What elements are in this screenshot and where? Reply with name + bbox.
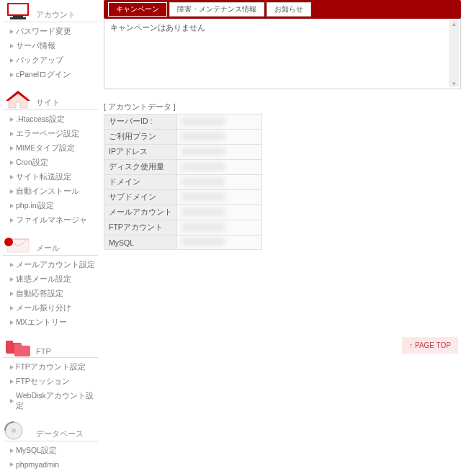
table-row: ドメイン (104, 175, 262, 190)
sidebar-item-label: サイト転送設定 (16, 172, 71, 182)
row-label: ご利用プラン (104, 130, 177, 145)
sidebar-item[interactable]: WebDiskアカウント設定 (3, 389, 98, 413)
triangle-icon (10, 365, 14, 369)
sidebar-item[interactable]: パスワード変更 (3, 24, 98, 39)
scrollbar[interactable]: ▴ ▾ (449, 20, 459, 87)
sidebar-item-label: WebDiskアカウント設定 (16, 391, 98, 411)
sidebar-item[interactable]: サーバ情報 (3, 39, 98, 53)
page-top-button[interactable]: ↑ PAGE TOP (402, 337, 458, 354)
sidebar-item-label: パスワード変更 (16, 27, 71, 37)
tabs-bar: キャンペーン 障害・メンテナンス情報 お知らせ (104, 0, 461, 19)
sidebar-item-label: php.ini設定 (16, 201, 54, 211)
sidebar-item[interactable]: MIMEタイプ設定 (3, 141, 98, 156)
section-header-ftp: FTP (3, 336, 98, 358)
sidebar-item-label: Cron設定 (16, 158, 48, 168)
sidebar-item-label: メールアカウント設定 (16, 260, 95, 270)
section-header-mail: メール (3, 233, 98, 256)
row-value (177, 114, 262, 130)
account-data-title: [ アカウントデータ ] (104, 102, 461, 112)
section-header-site: サイト (3, 88, 98, 110)
sidebar-item[interactable]: 自動インストール (3, 184, 98, 199)
triangle-icon (10, 73, 14, 77)
table-row: ディスク使用量 (104, 160, 262, 175)
row-value (177, 160, 262, 175)
sidebar-item-label: ファイルマネージャ (16, 215, 87, 225)
sidebar-items-db: MySQL設定phpmyadmin (3, 444, 98, 471)
triangle-icon (10, 292, 14, 296)
triangle-icon (10, 263, 14, 267)
tab-news[interactable]: お知らせ (267, 2, 311, 17)
section-label: メール (36, 243, 60, 255)
sidebar-item-label: 自動インストール (16, 187, 79, 197)
sidebar-item-label: MXエントリー (16, 318, 67, 328)
row-value (177, 205, 262, 220)
sidebar-item[interactable]: バックアップ (3, 53, 98, 68)
svg-rect-12 (14, 343, 22, 346)
sidebar-item[interactable]: FTPアカウント設定 (3, 360, 98, 374)
sidebar-item[interactable]: 迷惑メール設定 (3, 272, 98, 287)
triangle-icon (10, 204, 14, 208)
sidebar-item-label: cPanelログイン (16, 70, 71, 80)
svg-rect-11 (14, 346, 30, 356)
tab-campaign[interactable]: キャンペーン (108, 2, 167, 17)
sidebar-items-ftp: FTPアカウント設定FTPセッションWebDiskアカウント設定 (3, 360, 98, 413)
sidebar-item[interactable]: MySQL設定 (3, 444, 98, 458)
triangle-icon (10, 380, 14, 384)
sidebar-item[interactable]: メールアカウント設定 (3, 258, 98, 272)
folder-icon (3, 337, 33, 357)
svg-point-8 (4, 238, 13, 246)
section-label: サイト (36, 97, 60, 109)
table-row: IPアドレス (104, 145, 262, 160)
section-label: アカウント (36, 9, 76, 22)
row-label: MySQL (104, 235, 177, 250)
sidebar-item-label: .Htaccess設定 (16, 114, 65, 125)
sidebar-item[interactable]: FTPセッション (3, 374, 98, 389)
row-label: ドメイン (104, 175, 177, 190)
sidebar-item[interactable]: php.ini設定 (3, 199, 98, 213)
sidebar-item[interactable]: サイト転送設定 (3, 170, 98, 184)
row-value (177, 145, 262, 160)
sidebar-item[interactable]: 自動応答設定 (3, 287, 98, 301)
sidebar-item-label: メール振り分け (16, 303, 71, 313)
svg-rect-1 (9, 4, 27, 14)
row-label: メールアカウント (104, 205, 177, 220)
row-label: FTPアカウント (104, 220, 177, 235)
triangle-icon (10, 161, 14, 165)
row-value (177, 130, 262, 145)
table-row: ご利用プラン (104, 130, 262, 145)
row-label: IPアドレス (104, 145, 177, 160)
triangle-icon (10, 132, 14, 136)
table-row: メールアカウント (104, 205, 262, 220)
sidebar-item[interactable]: cPanelログイン (3, 68, 98, 82)
svg-rect-10 (6, 341, 13, 343)
section-db: データベース MySQL設定phpmyadmin (3, 419, 98, 471)
sidebar-item[interactable]: ファイルマネージャ (3, 213, 98, 228)
tab-maintenance[interactable]: 障害・メンテナンス情報 (169, 2, 264, 17)
section-mail: メール メールアカウント設定迷惑メール設定自動応答設定メール振り分けMXエントリ… (3, 233, 98, 330)
sidebar-item[interactable]: エラーページ設定 (3, 127, 98, 141)
monitor-icon (3, 1, 33, 22)
sidebar-item-label: 迷惑メール設定 (16, 274, 71, 284)
triangle-icon (10, 44, 14, 48)
scroll-up-icon[interactable]: ▴ (449, 20, 459, 27)
home-icon (3, 89, 33, 109)
triangle-icon (10, 117, 14, 122)
triangle-icon (10, 306, 14, 310)
sidebar-item-label: バックアップ (16, 55, 63, 66)
section-label: データベース (36, 428, 84, 441)
row-label: サーバーID : (104, 114, 177, 130)
row-value (177, 235, 262, 250)
triangle-icon (10, 218, 14, 223)
sidebar-item[interactable]: Cron設定 (3, 156, 98, 170)
sidebar-item[interactable]: .Htaccess設定 (3, 112, 98, 127)
row-value (177, 220, 262, 235)
sidebar-item[interactable]: phpmyadmin (3, 458, 98, 471)
section-header-db: データベース (3, 419, 98, 441)
section-account: アカウント パスワード変更サーバ情報バックアップcPanelログイン (3, 0, 98, 82)
triangle-icon (10, 175, 14, 179)
sidebar-item[interactable]: MXエントリー (3, 315, 98, 330)
scroll-down-icon[interactable]: ▾ (449, 80, 459, 87)
section-site: サイト .Htaccess設定エラーページ設定MIMEタイプ設定Cron設定サイ… (3, 88, 98, 228)
sidebar-item[interactable]: メール振り分け (3, 301, 98, 315)
row-value (177, 175, 262, 190)
